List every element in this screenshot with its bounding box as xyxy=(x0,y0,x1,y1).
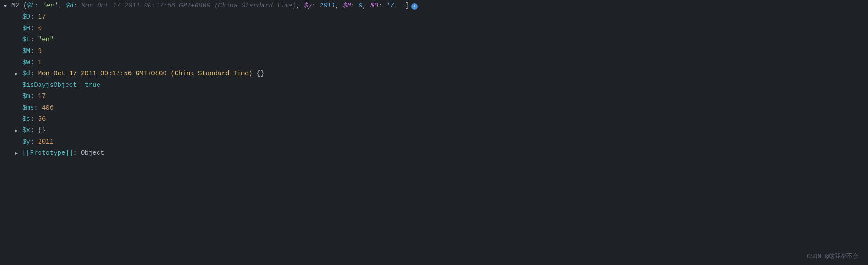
line-s: $s : 56 xyxy=(0,113,868,125)
toggle-d[interactable] xyxy=(15,68,22,79)
line-H: $H : 0 xyxy=(0,23,868,34)
line-L: $L : "en" xyxy=(0,34,868,45)
line-M: $M : 9 xyxy=(0,46,868,57)
line-ms: $ms : 406 xyxy=(0,102,868,113)
line-x: $x : {} xyxy=(0,125,868,136)
line-m: $m : 17 xyxy=(0,91,868,102)
line-m2: M2 { $L : 'en' , $d : Mon Oct 17 2011 00… xyxy=(0,0,868,11)
watermark: CSDN @这我都不会 xyxy=(807,252,859,260)
line-y: $y : 2011 xyxy=(0,136,868,147)
info-icon[interactable]: i xyxy=(411,3,418,10)
line-W: $W : 1 xyxy=(0,57,868,68)
line-prototype: [[Prototype]] : Object xyxy=(0,147,868,159)
line-isDayjs: $isDayjsObject : true xyxy=(0,80,868,91)
console-panel: M2 { $L : 'en' , $d : Mon Oct 17 2011 00… xyxy=(0,0,868,265)
line-D: $D : 17 xyxy=(0,11,868,22)
toggle-m2[interactable] xyxy=(4,0,11,11)
m2-label: M2 xyxy=(11,0,23,11)
line-d: $d : Mon Oct 17 2011 00:17:56 GMT+0800 (… xyxy=(0,68,868,79)
toggle-prototype[interactable] xyxy=(15,148,22,158)
toggle-x[interactable] xyxy=(15,125,22,135)
